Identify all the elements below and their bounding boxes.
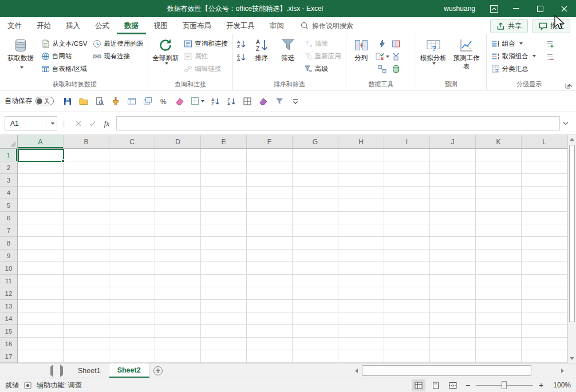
- print-preview-button[interactable]: [92, 93, 106, 109]
- eraser-button[interactable]: [256, 93, 270, 109]
- vertical-scrollbar-thumb[interactable]: [569, 145, 575, 322]
- remove-duplicates-button[interactable]: [390, 38, 403, 50]
- scroll-up-button[interactable]: [568, 135, 576, 144]
- zoom-in-button[interactable]: +: [536, 381, 546, 390]
- formula-bar-expand-button[interactable]: [560, 116, 571, 130]
- refresh-all-button[interactable]: 全部刷新: [151, 35, 180, 79]
- tab-home[interactable]: 开始: [29, 17, 58, 34]
- show-detail-button[interactable]: [544, 38, 557, 50]
- row-header-12[interactable]: 12: [0, 287, 17, 300]
- row-header-9[interactable]: 9: [0, 250, 17, 262]
- tell-me-search[interactable]: 操作说明搜索: [301, 17, 353, 34]
- manage-data-model-button[interactable]: [390, 63, 403, 75]
- column-header-E[interactable]: E: [201, 135, 247, 148]
- sort-descending-button[interactable]: ZA: [235, 51, 248, 63]
- tab-page-layout[interactable]: 页面布局: [175, 17, 219, 34]
- sort-descending-qat-button[interactable]: ZA: [224, 93, 238, 109]
- tab-insert[interactable]: 插入: [58, 17, 88, 34]
- row-header-14[interactable]: 14: [0, 312, 17, 325]
- page-layout-view-button[interactable]: [429, 379, 443, 391]
- existing-connections-button[interactable]: 现有连接: [90, 50, 145, 62]
- get-data-button[interactable]: 获取数据: [3, 35, 38, 79]
- column-header-G[interactable]: G: [293, 135, 338, 148]
- tab-file[interactable]: 文件: [0, 17, 29, 34]
- filter-qat-button[interactable]: [272, 93, 286, 109]
- zoom-out-button[interactable]: −: [463, 381, 472, 390]
- hide-detail-button[interactable]: [544, 51, 557, 63]
- row-header-13[interactable]: 13: [0, 300, 17, 312]
- row-header-5[interactable]: 5: [0, 199, 17, 212]
- edit-links-button[interactable]: 编辑链接: [182, 62, 230, 75]
- tab-formulas[interactable]: 公式: [88, 17, 117, 34]
- macro-record-icon[interactable]: [24, 382, 31, 389]
- clear-filter-button[interactable]: 清除: [302, 37, 344, 50]
- flash-fill-button[interactable]: [375, 38, 390, 50]
- row-header-6[interactable]: 6: [0, 212, 17, 224]
- formatting-options-button[interactable]: [188, 93, 206, 109]
- scroll-left-button[interactable]: [352, 363, 361, 378]
- row-header-3[interactable]: 3: [0, 174, 17, 187]
- column-header-A[interactable]: A: [18, 135, 64, 148]
- column-header-B[interactable]: B: [64, 135, 109, 148]
- sort-button[interactable]: AZ 排序: [249, 35, 274, 79]
- data-validation-button[interactable]: [375, 50, 390, 62]
- column-header-L[interactable]: L: [522, 135, 567, 148]
- scroll-down-button[interactable]: [568, 354, 576, 363]
- filter-button-ribbon[interactable]: 筛选: [275, 35, 301, 79]
- text-to-columns-button[interactable]: 分列: [349, 35, 374, 79]
- row-header-7[interactable]: 7: [0, 224, 17, 237]
- row-header-4[interactable]: 4: [0, 187, 17, 199]
- share-button[interactable]: 共享: [490, 19, 528, 33]
- insert-function-button[interactable]: fx: [100, 116, 114, 130]
- autosave-toggle[interactable]: 自动保存 关: [5, 96, 54, 106]
- tab-view[interactable]: 视图: [146, 17, 175, 34]
- from-table-range-button[interactable]: 自表格/区域: [39, 62, 89, 75]
- percent-style-button[interactable]: %: [156, 93, 171, 109]
- name-box-dropdown[interactable]: [46, 117, 57, 130]
- from-text-csv-button[interactable]: 从文本/CSV: [39, 37, 89, 50]
- advanced-filter-button[interactable]: 高级: [302, 62, 344, 75]
- save-button[interactable]: [60, 93, 74, 109]
- sheet-tab-sheet1[interactable]: Sheet1: [70, 363, 109, 378]
- new-sheet-button[interactable]: [149, 363, 167, 378]
- close-button[interactable]: [552, 0, 576, 17]
- format-painter-button[interactable]: [108, 93, 123, 109]
- vertical-scrollbar[interactable]: [567, 135, 576, 363]
- column-header-D[interactable]: D: [155, 135, 201, 148]
- page-break-preview-button[interactable]: [446, 379, 460, 391]
- horizontal-scrollbar-thumb[interactable]: [362, 365, 531, 376]
- column-header-K[interactable]: K: [476, 135, 522, 148]
- reapply-filter-button[interactable]: 重新应用: [302, 50, 344, 62]
- ribbon-display-options-button[interactable]: [484, 0, 504, 17]
- select-all-button[interactable]: [0, 135, 18, 149]
- tab-data[interactable]: 数据: [117, 17, 146, 34]
- comments-button[interactable]: 批注: [532, 19, 570, 33]
- row-header-15[interactable]: 15: [0, 325, 17, 338]
- tab-review[interactable]: 审阅: [262, 17, 291, 34]
- zoom-slider[interactable]: [476, 381, 533, 389]
- sheet-nav-right-button[interactable]: [60, 367, 63, 375]
- enter-button[interactable]: [85, 116, 100, 130]
- fill-handle[interactable]: [61, 159, 65, 163]
- forecast-sheet-button[interactable]: 预测工作表: [449, 35, 484, 79]
- from-web-button[interactable]: 自网站: [39, 50, 89, 62]
- row-header-17[interactable]: 17: [0, 350, 17, 363]
- consolidate-button[interactable]: [390, 50, 403, 62]
- normal-view-button[interactable]: [412, 379, 425, 391]
- properties-button[interactable]: 属性: [182, 50, 230, 62]
- active-cell-A1[interactable]: [18, 149, 64, 162]
- accessibility-status[interactable]: 辅助功能: 调查: [37, 381, 82, 390]
- group-button[interactable]: 组合: [489, 37, 538, 50]
- cells-area[interactable]: [18, 149, 567, 363]
- sheet-tab-sheet2[interactable]: Sheet2: [109, 363, 149, 378]
- sort-ascending-qat-button[interactable]: AZ: [208, 93, 222, 109]
- name-box[interactable]: A1: [5, 116, 57, 130]
- row-header-2[interactable]: 2: [0, 161, 17, 174]
- switch-windows-button[interactable]: [140, 93, 155, 109]
- row-header-16[interactable]: 16: [0, 338, 17, 350]
- horizontal-scrollbar-track[interactable]: [361, 363, 558, 378]
- ungroup-button[interactable]: 取消组合: [489, 50, 538, 62]
- column-header-H[interactable]: H: [338, 135, 384, 148]
- scroll-right-button[interactable]: [558, 363, 567, 378]
- row-header-10[interactable]: 10: [0, 262, 17, 275]
